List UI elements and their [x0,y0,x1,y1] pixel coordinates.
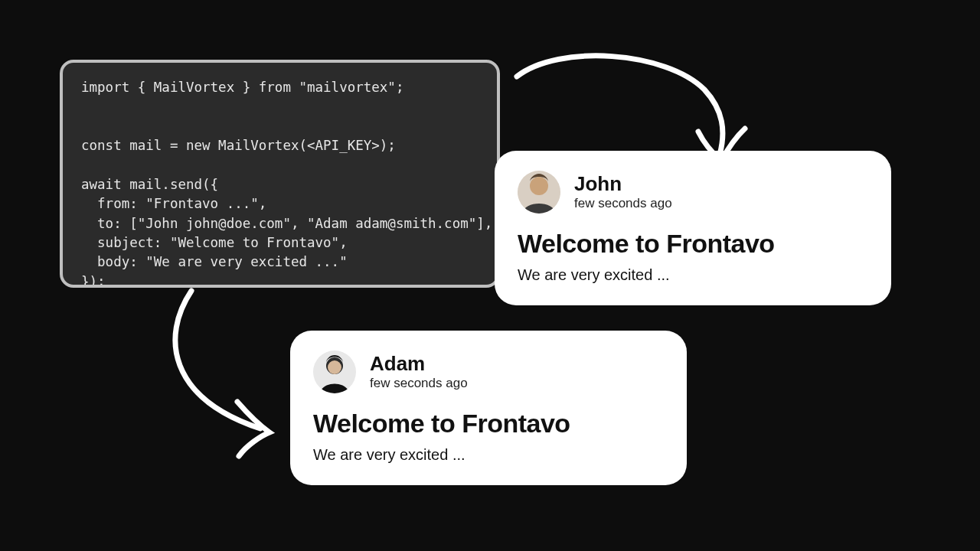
avatar [313,350,356,393]
mail-subject: Welcome to Frontavo [518,229,868,259]
mail-card-adam: Adam few seconds ago Welcome to Frontavo… [290,331,687,485]
avatar [518,171,560,214]
recipient-name: Adam [370,353,468,375]
code-snippet: import { MailVortex } from "mailvortex";… [81,78,479,288]
code-panel: import { MailVortex } from "mailvortex";… [60,60,500,288]
svg-point-6 [328,360,341,374]
mail-subject: Welcome to Frontavo [313,409,664,439]
mail-card-john: John few seconds ago Welcome to Frontavo… [495,151,891,305]
mail-body: We are very excited ... [518,266,868,284]
card-meta: Adam few seconds ago [370,353,468,392]
svg-point-2 [530,177,548,195]
timestamp: few seconds ago [574,196,672,211]
card-meta: John few seconds ago [574,173,672,212]
arrow-icon [145,283,314,459]
card-header: John few seconds ago [518,171,868,214]
card-header: Adam few seconds ago [313,350,664,393]
timestamp: few seconds ago [370,376,468,391]
mail-body: We are very excited ... [313,446,664,464]
recipient-name: John [574,173,672,195]
